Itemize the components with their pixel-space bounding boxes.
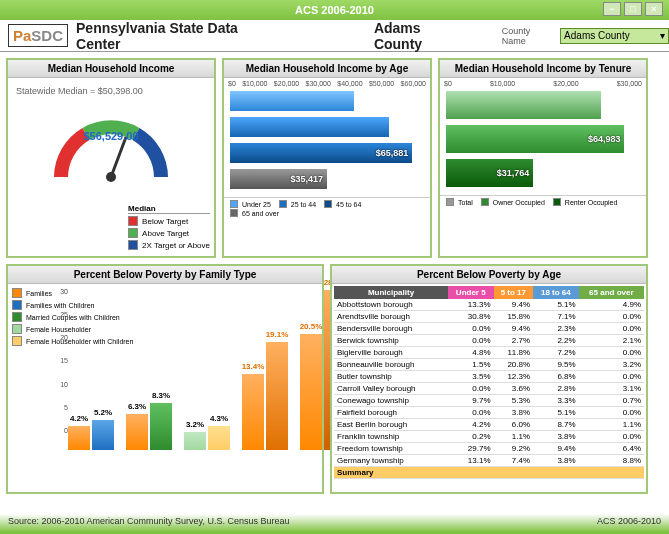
titlebar: ACS 2006-2010 − □ × [0, 0, 669, 20]
table-row: Fairfield borough0.0%3.8%5.1%0.0% [334, 407, 644, 419]
header: PaSDC Pennsylvania State Data Center Ada… [0, 20, 669, 52]
panel-title: Median Household Income by Tenure [440, 60, 646, 78]
panel-title: Median Household Income by Age [224, 60, 430, 78]
table-row: Abbottstown borough13.3%9.4%5.1%4.9% [334, 299, 644, 311]
panel-title: Percent Below Poverty by Family Type [8, 266, 322, 284]
col-under5: Under 5 [448, 286, 494, 299]
county-dropdown[interactable]: Adams County▾ [560, 28, 669, 44]
x-axis: $0$10,000$20,000$30,000 [440, 78, 646, 89]
table-row: Bendersville borough0.0%9.4%2.3%0.0% [334, 323, 644, 335]
poverty-table: Municipality Under 5 5 to 17 18 to 64 65… [334, 286, 644, 479]
table-row: Germany township13.1%7.4%3.8%8.8% [334, 455, 644, 467]
close-button[interactable]: × [645, 2, 663, 16]
legend: Under 25 25 to 44 45 to 64 65 and over [224, 197, 430, 220]
state-median: Statewide Median = $50,398.00 [16, 86, 210, 96]
minimize-button[interactable]: − [603, 2, 621, 16]
panel-gauge: Median Household Income Statewide Median… [6, 58, 216, 258]
panel-poverty-age: Percent Below Poverty by Age Municipalit… [330, 264, 648, 494]
panel-poverty-family: Percent Below Poverty by Family Type Fam… [6, 264, 324, 494]
legend: Total Owner Occupied Renter Occupied [440, 195, 646, 209]
panel-title: Median Household Income [8, 60, 214, 78]
table-row: Biglerville borough4.8%11.8%7.2%0.0% [334, 347, 644, 359]
svg-point-1 [106, 172, 116, 182]
table-row: Carroll Valley borough0.0%3.6%2.8%3.1% [334, 383, 644, 395]
table-row: East Berlin borough4.2%6.0%8.7%1.1% [334, 419, 644, 431]
col-18-64: 18 to 64 [533, 286, 579, 299]
chevron-down-icon: ▾ [660, 30, 665, 41]
vbar-chart: Families Families with Children Married … [8, 284, 322, 454]
table-row: Conewago township9.7%5.3%3.3%0.7% [334, 395, 644, 407]
hbar-chart: $64,983 $31,764 [440, 89, 646, 195]
gauge-legend: Median Below Target Above Target 2X Targ… [128, 204, 210, 252]
panel-income-tenure: Median Household Income by Tenure $0$10,… [438, 58, 648, 258]
gauge-value: $56,529.00 [46, 130, 176, 142]
summary-row: Summary [334, 467, 644, 479]
x-axis: $0$10,000$20,000$30,000$40,000$50,000$60… [224, 78, 430, 89]
table-row: Franklin township0.2%1.1%3.8%0.0% [334, 431, 644, 443]
county-title: Adams County [374, 20, 472, 52]
table-row: Butler township3.5%12.3%6.8%0.0% [334, 371, 644, 383]
app-title: ACS 2006-2010 [295, 4, 374, 16]
col-muni: Municipality [334, 286, 448, 299]
org-name: Pennsylvania State Data Center [76, 20, 284, 52]
table-row: Freedom township29.7%9.2%9.4%6.4% [334, 443, 644, 455]
table-row: Bonneauville borough1.5%20.8%9.5%3.2% [334, 359, 644, 371]
panel-title: Percent Below Poverty by Age [332, 266, 646, 284]
county-name-label: County Name [502, 26, 556, 46]
table-row: Berwick township0.0%2.7%2.2%2.1% [334, 335, 644, 347]
hbar-chart: $65,881 $35,417 [224, 89, 430, 197]
legend: Families Families with Children Married … [12, 288, 133, 348]
col-5-17: 5 to 17 [494, 286, 534, 299]
col-65: 65 and over [579, 286, 644, 299]
footer-right: ACS 2006-2010 [597, 516, 661, 530]
footer: Source: 2006-2010 American Community Sur… [0, 514, 669, 532]
table-row: Arendtsville borough30.8%15.8%7.1%0.0% [334, 311, 644, 323]
gauge-chart: $56,529.00 [46, 102, 176, 192]
maximize-button[interactable]: □ [624, 2, 642, 16]
panel-income-age: Median Household Income by Age $0$10,000… [222, 58, 432, 258]
logo: PaSDC [8, 24, 68, 47]
svg-line-0 [111, 137, 126, 177]
source-text: Source: 2006-2010 American Community Sur… [8, 516, 289, 530]
